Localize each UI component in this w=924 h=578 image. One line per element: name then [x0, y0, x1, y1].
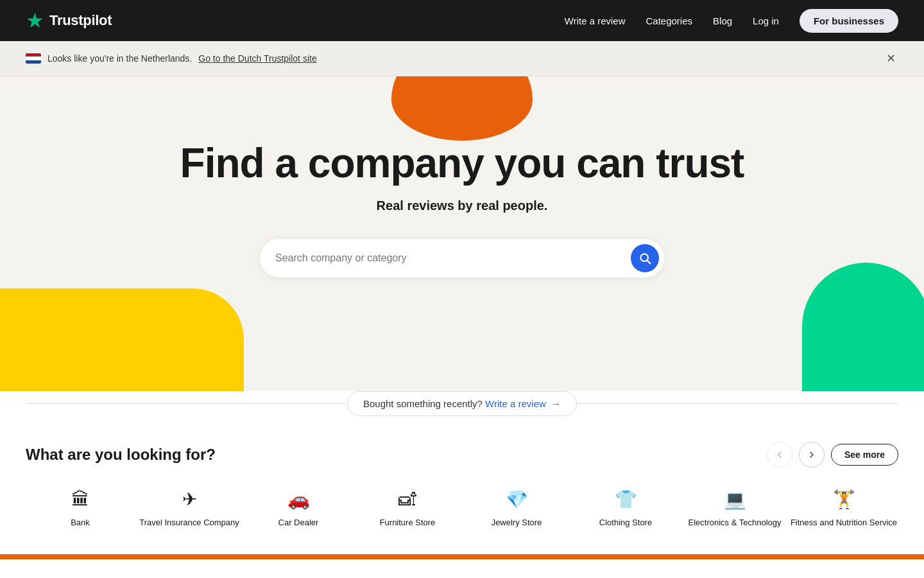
furniture-store-label: Furniture Store — [380, 518, 436, 529]
category-item-fitness[interactable]: 🏋 Fitness and Nutrition Service — [789, 488, 898, 529]
category-item-car-dealer[interactable]: 🚗 Car Dealer — [244, 488, 353, 529]
blog-link[interactable]: Blog — [713, 15, 732, 26]
banner-message: Looks like you're in the Netherlands. Go… — [26, 53, 317, 64]
logo-text: Trustpilot — [49, 12, 112, 29]
category-item-travel-insurance[interactable]: ✈ Travel Insurance Company — [135, 488, 244, 529]
search-icon — [638, 252, 651, 265]
jewelry-store-icon: 💎 — [506, 488, 528, 511]
cta-text: Bought something recently? — [363, 398, 483, 409]
navbar-links: Write a review Categories Blog Log in Fo… — [565, 9, 898, 33]
jewelry-store-label: Jewelry Store — [492, 518, 542, 529]
categories-title: What are you looking for? — [26, 446, 216, 464]
clothing-store-icon: 👕 — [615, 488, 637, 511]
see-more-button[interactable]: See more — [831, 444, 898, 466]
login-link[interactable]: Log in — [753, 15, 779, 26]
car-dealer-label: Car Dealer — [278, 518, 319, 529]
search-bar — [260, 239, 664, 277]
category-item-furniture-store[interactable]: 🛋 Furniture Store — [353, 488, 462, 529]
hero-title: Find a company you can trust — [13, 141, 911, 186]
divider-line-left — [26, 403, 347, 404]
category-item-clothing-store[interactable]: 👕 Clothing Store — [571, 488, 680, 529]
bank-label: Bank — [71, 518, 90, 529]
navbar: ★ Trustpilot Write a review Categories B… — [0, 0, 924, 41]
svg-line-1 — [647, 261, 651, 264]
chevron-right-icon — [807, 450, 817, 460]
categories-controls: See more — [767, 442, 898, 468]
hero-content: Find a company you can trust Real review… — [0, 115, 924, 329]
categories-grid: 🏛 Bank ✈ Travel Insurance Company 🚗 Car … — [26, 488, 898, 529]
location-banner: Looks like you're in the Netherlands. Go… — [0, 41, 924, 76]
divider-line-right — [577, 403, 898, 404]
car-dealer-icon: 🚗 — [287, 488, 310, 511]
netherlands-flag-icon — [26, 53, 41, 64]
write-review-cta-link[interactable]: Write a review → — [485, 398, 561, 409]
electronics-icon: 💻 — [724, 488, 746, 511]
arrow-icon: → — [551, 398, 561, 409]
close-banner-button[interactable]: ✕ — [884, 49, 898, 68]
furniture-store-icon: 🛋 — [398, 488, 416, 511]
electronics-label: Electronics & Technology — [688, 518, 781, 529]
hero-section: Find a company you can trust Real review… — [0, 76, 924, 391]
categories-link[interactable]: Categories — [646, 15, 693, 26]
travel-insurance-label: Travel Insurance Company — [139, 518, 239, 529]
search-button[interactable] — [631, 244, 659, 272]
fitness-icon: 🏋 — [833, 488, 855, 511]
categories-header: What are you looking for? See more — [26, 442, 898, 468]
chevron-left-icon — [774, 450, 785, 460]
next-category-button[interactable] — [799, 442, 825, 468]
clothing-store-label: Clothing Store — [599, 518, 652, 529]
cta-divider: Bought something recently? Write a revie… — [0, 391, 924, 416]
write-review-link[interactable]: Write a review — [565, 15, 626, 26]
category-item-jewelry-store[interactable]: 💎 Jewelry Store — [462, 488, 571, 529]
hero-subtitle: Real reviews by real people. — [13, 198, 911, 213]
categories-section: What are you looking for? See more 🏛 Ban… — [0, 416, 924, 554]
bottom-orange-bar — [0, 554, 924, 559]
trustpilot-star-icon: ★ — [26, 10, 44, 31]
banner-text: Looks like you're in the Netherlands. — [47, 53, 192, 64]
dutch-site-link[interactable]: Go to the Dutch Trustpilot site — [198, 53, 316, 64]
cta-pill: Bought something recently? Write a revie… — [347, 391, 577, 416]
category-item-electronics[interactable]: 💻 Electronics & Technology — [680, 488, 789, 529]
category-item-bank[interactable]: 🏛 Bank — [26, 488, 135, 529]
logo[interactable]: ★ Trustpilot — [26, 10, 112, 31]
fitness-label: Fitness and Nutrition Service — [791, 518, 897, 529]
search-input[interactable] — [275, 252, 631, 264]
for-businesses-button[interactable]: For businesses — [800, 9, 898, 33]
bank-icon: 🏛 — [71, 488, 89, 511]
prev-category-button[interactable] — [767, 442, 792, 468]
travel-insurance-icon: ✈ — [182, 488, 197, 511]
